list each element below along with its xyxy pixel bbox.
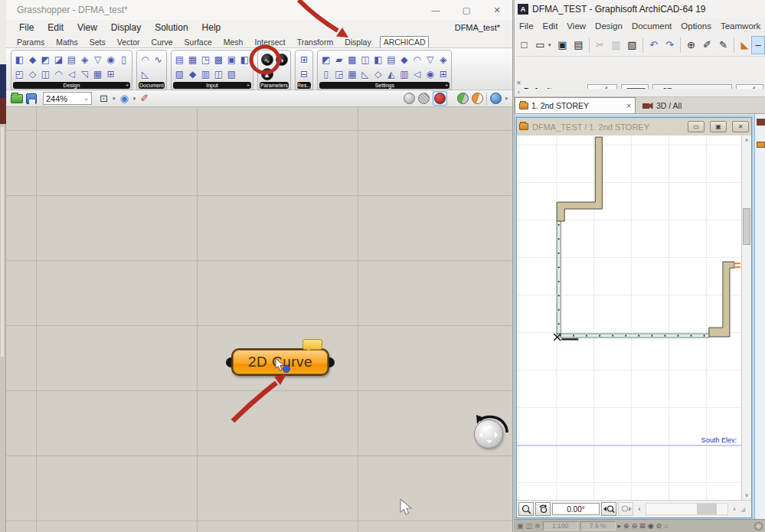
- chevron-down-icon[interactable]: ▾: [548, 42, 554, 48]
- zoom-level-select[interactable]: 244% ⌄: [43, 92, 92, 105]
- settings-tool-icon[interactable]: ◺: [361, 69, 368, 80]
- scale-indicator[interactable]: 1:100: [543, 521, 578, 530]
- scroll-up-icon[interactable]: ∧: [742, 137, 751, 143]
- chevron-down-icon[interactable]: ▾: [133, 96, 136, 102]
- input-tool-icon[interactable]: ◆: [189, 69, 196, 80]
- design-tool-icon[interactable]: ◈: [81, 54, 88, 65]
- selected-only-preview-icon[interactable]: [457, 93, 469, 104]
- display-settings-icon[interactable]: [490, 93, 502, 104]
- open-file-icon[interactable]: [11, 94, 23, 103]
- draw-order-icon[interactable]: [472, 93, 483, 104]
- fit-in-window-icon[interactable]: ⊞: [639, 522, 646, 530]
- settings-tool-icon[interactable]: ◧: [374, 54, 382, 65]
- settings-tool-icon[interactable]: ▦: [348, 69, 356, 80]
- find-select-icon[interactable]: ⊕: [683, 36, 699, 54]
- ribbon-tab[interactable]: Params: [14, 37, 47, 47]
- menu-item[interactable]: Design: [590, 21, 627, 31]
- settings-tool-icon[interactable]: ▯: [323, 69, 329, 80]
- copy-icon[interactable]: ▥: [608, 36, 624, 54]
- design-tool-icon[interactable]: ◆: [29, 54, 36, 65]
- menu-item[interactable]: Document: [627, 21, 676, 31]
- zoom-tool-button[interactable]: [518, 502, 534, 516]
- undo-icon[interactable]: ↶: [646, 36, 662, 54]
- design-tool-icon[interactable]: ◁: [68, 69, 75, 80]
- group-expand-icon[interactable]: +: [247, 82, 250, 89]
- design-tool-icon[interactable]: ▦: [93, 69, 102, 80]
- design-tool-icon[interactable]: ◉: [106, 54, 114, 65]
- menu-item[interactable]: File: [12, 22, 41, 33]
- new-icon[interactable]: □: [516, 36, 532, 54]
- collapse-toolbar-button[interactable]: –: [751, 36, 765, 54]
- zoom-extents-icon[interactable]: ⊡: [98, 93, 110, 104]
- close-tab-icon[interactable]: ×: [626, 102, 631, 110]
- ribbon-tab[interactable]: Display: [342, 37, 374, 47]
- maximize-button[interactable]: ▢: [451, 0, 482, 20]
- cut-icon[interactable]: ✂: [592, 36, 608, 54]
- expand-icon[interactable]: ▸: [618, 522, 622, 530]
- zoom-out-icon[interactable]: ⊖: [632, 522, 638, 530]
- zoom-next-button[interactable]: [618, 502, 633, 516]
- point-parameter-icon[interactable]: ◑: [276, 54, 288, 66]
- menu-item[interactable]: File: [515, 21, 538, 31]
- ribbon-tab[interactable]: Mesh: [221, 37, 247, 47]
- floor-plan-window-titlebar[interactable]: DFMA_TEST / 1. 2nd STOREY ▭ ▣ ✕: [517, 118, 751, 135]
- paste-icon[interactable]: ▧: [624, 36, 640, 54]
- input-tool-icon[interactable]: ◳: [201, 54, 210, 65]
- pan-icon[interactable]: ◉: [648, 522, 654, 530]
- open-icon[interactable]: ▭: [532, 36, 548, 54]
- inject-parameters-icon[interactable]: ✎: [715, 36, 731, 54]
- document-tool-icon[interactable]: ◠: [141, 54, 149, 65]
- component-warning-flag[interactable]: [302, 339, 322, 350]
- menu-item[interactable]: Teamwork: [716, 21, 765, 31]
- menu-item[interactable]: Options: [676, 21, 716, 31]
- input-tool-icon[interactable]: ▦: [188, 54, 197, 65]
- vertical-scrollbar[interactable]: ∧ ∨: [741, 135, 751, 500]
- close-button[interactable]: ✕: [482, 0, 512, 20]
- horizontal-scrollbar[interactable]: [646, 503, 728, 515]
- zoom-previous-button[interactable]: [601, 502, 616, 516]
- rotation-angle-field[interactable]: 0.00°: [552, 503, 600, 515]
- canvas-navigation-ball[interactable]: [474, 419, 503, 449]
- pick-up-parameters-icon[interactable]: ✐: [699, 36, 715, 54]
- settings-tool-icon[interactable]: ◇: [374, 69, 381, 80]
- scrollbar-thumb[interactable]: [743, 208, 750, 245]
- input-tool-icon[interactable]: ▨: [175, 69, 184, 80]
- save-icon[interactable]: ▣: [554, 36, 570, 54]
- input-tool-icon[interactable]: ◧: [240, 54, 249, 65]
- settings-tool-icon[interactable]: ◲: [335, 69, 343, 80]
- ribbon-tab[interactable]: ARCHICAD: [380, 36, 430, 47]
- floor-plan-drawing-area[interactable]: South Elev:: [517, 135, 741, 500]
- shaded-preview-selected[interactable]: [433, 91, 447, 106]
- document-tool-icon[interactable]: ◺: [142, 69, 149, 80]
- ribbon-tab[interactable]: Intersect: [251, 37, 288, 47]
- design-tool-icon[interactable]: ▽: [94, 54, 101, 65]
- toolbar-scroll-strip[interactable]: ‹: [515, 89, 765, 97]
- elevation-marker-label[interactable]: South Elev:: [701, 436, 737, 444]
- design-tool-icon[interactable]: ◠: [54, 69, 62, 80]
- menu-item[interactable]: View: [70, 22, 104, 33]
- statusbar-icon[interactable]: ≋: [535, 522, 541, 530]
- floor-plan-window[interactable]: DFMA_TEST / 1. 2nd STOREY ▭ ▣ ✕ South El…: [516, 117, 752, 518]
- grasshopper-titlebar[interactable]: Grasshopper - DFMA_test* — ▢ ✕: [6, 0, 512, 20]
- tab-3d-all[interactable]: 3D / All: [636, 97, 688, 113]
- wireframe-preview-icon[interactable]: [418, 93, 430, 104]
- input-tool-icon[interactable]: ▣: [227, 54, 236, 65]
- chevron-down-icon[interactable]: ▾: [505, 96, 508, 102]
- menu-item[interactable]: Edit: [41, 22, 70, 33]
- statusbar-icon[interactable]: ◫: [526, 522, 533, 530]
- chevron-down-icon[interactable]: ▾: [113, 96, 116, 102]
- orbit-tool-button[interactable]: [535, 502, 551, 516]
- settings-tool-icon[interactable]: ⊞: [440, 69, 447, 80]
- sketch-pen-icon[interactable]: ✐: [139, 93, 150, 104]
- menu-item[interactable]: Solution: [148, 22, 195, 33]
- ribbon-tab[interactable]: Sets: [87, 37, 109, 47]
- 2d-curve-parameter-icon[interactable]: ∿: [261, 54, 273, 66]
- ribbon-tab[interactable]: Curve: [149, 37, 176, 47]
- ribbon-tab[interactable]: Maths: [53, 37, 81, 47]
- zoom-percentage[interactable]: 7.9 %: [580, 521, 616, 530]
- design-tool-icon[interactable]: ◰: [15, 69, 24, 80]
- minimize-button[interactable]: —: [420, 0, 451, 20]
- close-icon[interactable]: ✕: [516, 80, 521, 86]
- input-tool-icon[interactable]: ▧: [227, 69, 236, 80]
- orbit-icon[interactable]: ⊘: [656, 522, 662, 530]
